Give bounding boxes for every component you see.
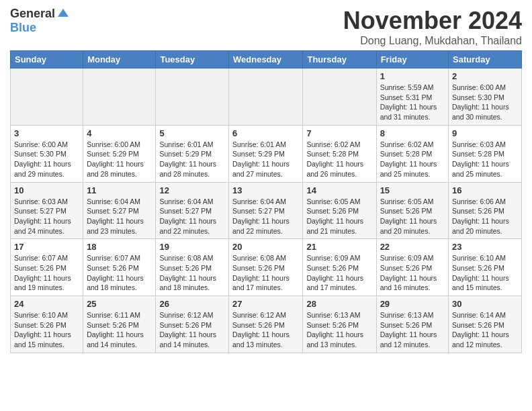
day-number: 1 xyxy=(380,71,445,81)
day-number: 17 xyxy=(14,242,79,252)
day-number: 15 xyxy=(380,185,445,195)
weekday-header-friday: Friday xyxy=(376,51,448,68)
day-number: 16 xyxy=(452,185,518,195)
weekday-header-sunday: Sunday xyxy=(11,51,83,68)
weekday-header-saturday: Saturday xyxy=(449,51,522,68)
day-number: 4 xyxy=(87,128,152,138)
day-number: 6 xyxy=(232,128,299,138)
location-subtitle: Dong Luang, Mukdahan, Thailand xyxy=(343,35,522,47)
calendar-cell: 1Sunrise: 5:59 AM Sunset: 5:31 PM Daylig… xyxy=(376,68,448,126)
calendar-cell: 12Sunrise: 6:04 AM Sunset: 5:27 PM Dayli… xyxy=(156,182,229,239)
day-number: 29 xyxy=(380,299,445,309)
day-info: Sunrise: 6:03 AM Sunset: 5:28 PM Dayligh… xyxy=(452,140,518,179)
day-info: Sunrise: 6:08 AM Sunset: 5:26 PM Dayligh… xyxy=(232,253,299,293)
day-info: Sunrise: 6:13 AM Sunset: 5:26 PM Dayligh… xyxy=(306,310,372,350)
calendar-cell: 21Sunrise: 6:09 AM Sunset: 5:26 PM Dayli… xyxy=(303,239,376,296)
day-number: 24 xyxy=(14,299,79,309)
logo-blue-text: Blue xyxy=(10,21,36,35)
day-info: Sunrise: 6:09 AM Sunset: 5:26 PM Dayligh… xyxy=(306,253,372,293)
day-number: 19 xyxy=(159,242,225,252)
calendar-cell: 30Sunrise: 6:14 AM Sunset: 5:26 PM Dayli… xyxy=(449,296,522,353)
calendar-cell: 8Sunrise: 6:02 AM Sunset: 5:28 PM Daylig… xyxy=(376,125,448,182)
calendar-table: SundayMondayTuesdayWednesdayThursdayFrid… xyxy=(10,50,522,353)
day-number: 26 xyxy=(159,299,225,309)
day-info: Sunrise: 6:04 AM Sunset: 5:27 PM Dayligh… xyxy=(159,197,225,236)
day-info: Sunrise: 6:00 AM Sunset: 5:30 PM Dayligh… xyxy=(452,83,518,122)
day-info: Sunrise: 6:13 AM Sunset: 5:26 PM Dayligh… xyxy=(380,310,445,350)
calendar-cell: 24Sunrise: 6:10 AM Sunset: 5:26 PM Dayli… xyxy=(11,296,83,353)
calendar-cell xyxy=(229,68,303,126)
calendar-week-4: 17Sunrise: 6:07 AM Sunset: 5:26 PM Dayli… xyxy=(11,239,522,296)
day-number: 7 xyxy=(306,128,372,138)
day-info: Sunrise: 6:01 AM Sunset: 5:29 PM Dayligh… xyxy=(232,140,299,179)
calendar-cell: 10Sunrise: 6:03 AM Sunset: 5:27 PM Dayli… xyxy=(11,182,83,239)
weekday-header-thursday: Thursday xyxy=(303,51,376,68)
day-info: Sunrise: 6:10 AM Sunset: 5:26 PM Dayligh… xyxy=(452,253,518,293)
day-number: 21 xyxy=(306,242,372,252)
day-info: Sunrise: 6:11 AM Sunset: 5:26 PM Dayligh… xyxy=(87,310,152,350)
calendar-cell: 29Sunrise: 6:13 AM Sunset: 5:26 PM Dayli… xyxy=(376,296,448,353)
calendar-cell: 26Sunrise: 6:12 AM Sunset: 5:26 PM Dayli… xyxy=(156,296,229,353)
weekday-header-wednesday: Wednesday xyxy=(229,51,303,68)
day-number: 9 xyxy=(452,128,518,138)
calendar-cell: 22Sunrise: 6:09 AM Sunset: 5:26 PM Dayli… xyxy=(376,239,448,296)
title-area: November 2024 Dong Luang, Mukdahan, Thai… xyxy=(343,7,522,47)
calendar-cell: 28Sunrise: 6:13 AM Sunset: 5:26 PM Dayli… xyxy=(303,296,376,353)
calendar-cell: 14Sunrise: 6:05 AM Sunset: 5:26 PM Dayli… xyxy=(303,182,376,239)
day-info: Sunrise: 6:07 AM Sunset: 5:26 PM Dayligh… xyxy=(87,253,152,293)
day-number: 25 xyxy=(87,299,152,309)
calendar-cell: 2Sunrise: 6:00 AM Sunset: 5:30 PM Daylig… xyxy=(449,68,522,126)
calendar-cell: 5Sunrise: 6:01 AM Sunset: 5:29 PM Daylig… xyxy=(156,125,229,182)
day-number: 5 xyxy=(159,128,225,138)
calendar-cell: 6Sunrise: 6:01 AM Sunset: 5:29 PM Daylig… xyxy=(229,125,303,182)
calendar-cell: 16Sunrise: 6:06 AM Sunset: 5:26 PM Dayli… xyxy=(449,182,522,239)
day-number: 2 xyxy=(452,71,518,81)
day-number: 11 xyxy=(87,185,152,195)
calendar-cell: 3Sunrise: 6:00 AM Sunset: 5:30 PM Daylig… xyxy=(11,125,83,182)
calendar-cell: 15Sunrise: 6:05 AM Sunset: 5:26 PM Dayli… xyxy=(376,182,448,239)
logo: General Blue xyxy=(10,7,70,35)
day-info: Sunrise: 6:02 AM Sunset: 5:28 PM Dayligh… xyxy=(380,140,445,179)
day-number: 27 xyxy=(232,299,299,309)
day-info: Sunrise: 6:07 AM Sunset: 5:26 PM Dayligh… xyxy=(14,253,79,293)
day-info: Sunrise: 6:12 AM Sunset: 5:26 PM Dayligh… xyxy=(159,310,225,350)
weekday-header-tuesday: Tuesday xyxy=(156,51,229,68)
day-info: Sunrise: 6:05 AM Sunset: 5:26 PM Dayligh… xyxy=(380,197,445,236)
weekday-header-monday: Monday xyxy=(83,51,156,68)
calendar-cell: 11Sunrise: 6:04 AM Sunset: 5:27 PM Dayli… xyxy=(83,182,156,239)
day-number: 30 xyxy=(452,299,518,309)
calendar-cell: 25Sunrise: 6:11 AM Sunset: 5:26 PM Dayli… xyxy=(83,296,156,353)
day-info: Sunrise: 6:03 AM Sunset: 5:27 PM Dayligh… xyxy=(14,197,79,236)
calendar-week-1: 1Sunrise: 5:59 AM Sunset: 5:31 PM Daylig… xyxy=(11,68,522,126)
day-info: Sunrise: 6:04 AM Sunset: 5:27 PM Dayligh… xyxy=(232,197,299,236)
day-info: Sunrise: 6:00 AM Sunset: 5:29 PM Dayligh… xyxy=(87,140,152,179)
calendar-cell xyxy=(303,68,376,126)
month-title: November 2024 xyxy=(343,7,522,35)
calendar-cell: 23Sunrise: 6:10 AM Sunset: 5:26 PM Dayli… xyxy=(449,239,522,296)
calendar-cell: 19Sunrise: 6:08 AM Sunset: 5:26 PM Dayli… xyxy=(156,239,229,296)
day-info: Sunrise: 6:04 AM Sunset: 5:27 PM Dayligh… xyxy=(87,197,152,236)
day-number: 14 xyxy=(306,185,372,195)
day-number: 18 xyxy=(87,242,152,252)
calendar-cell: 17Sunrise: 6:07 AM Sunset: 5:26 PM Dayli… xyxy=(11,239,83,296)
day-info: Sunrise: 6:08 AM Sunset: 5:26 PM Dayligh… xyxy=(159,253,225,293)
calendar-cell: 18Sunrise: 6:07 AM Sunset: 5:26 PM Dayli… xyxy=(83,239,156,296)
day-info: Sunrise: 6:12 AM Sunset: 5:26 PM Dayligh… xyxy=(232,310,299,350)
day-number: 3 xyxy=(14,128,79,138)
day-number: 23 xyxy=(452,242,518,252)
header: General Blue November 2024 Dong Luang, M… xyxy=(10,7,522,47)
calendar-week-5: 24Sunrise: 6:10 AM Sunset: 5:26 PM Dayli… xyxy=(11,296,522,353)
calendar-cell: 13Sunrise: 6:04 AM Sunset: 5:27 PM Dayli… xyxy=(229,182,303,239)
day-number: 10 xyxy=(14,185,79,195)
day-info: Sunrise: 6:14 AM Sunset: 5:26 PM Dayligh… xyxy=(452,310,518,350)
calendar-cell: 7Sunrise: 6:02 AM Sunset: 5:28 PM Daylig… xyxy=(303,125,376,182)
day-info: Sunrise: 6:00 AM Sunset: 5:30 PM Dayligh… xyxy=(14,140,79,179)
calendar-cell: 4Sunrise: 6:00 AM Sunset: 5:29 PM Daylig… xyxy=(83,125,156,182)
calendar-week-2: 3Sunrise: 6:00 AM Sunset: 5:30 PM Daylig… xyxy=(11,125,522,182)
day-info: Sunrise: 6:06 AM Sunset: 5:26 PM Dayligh… xyxy=(452,197,518,236)
day-number: 13 xyxy=(232,185,299,195)
calendar-cell xyxy=(83,68,156,126)
weekday-header-row: SundayMondayTuesdayWednesdayThursdayFrid… xyxy=(11,51,522,68)
day-number: 12 xyxy=(159,185,225,195)
logo-icon xyxy=(56,7,70,21)
